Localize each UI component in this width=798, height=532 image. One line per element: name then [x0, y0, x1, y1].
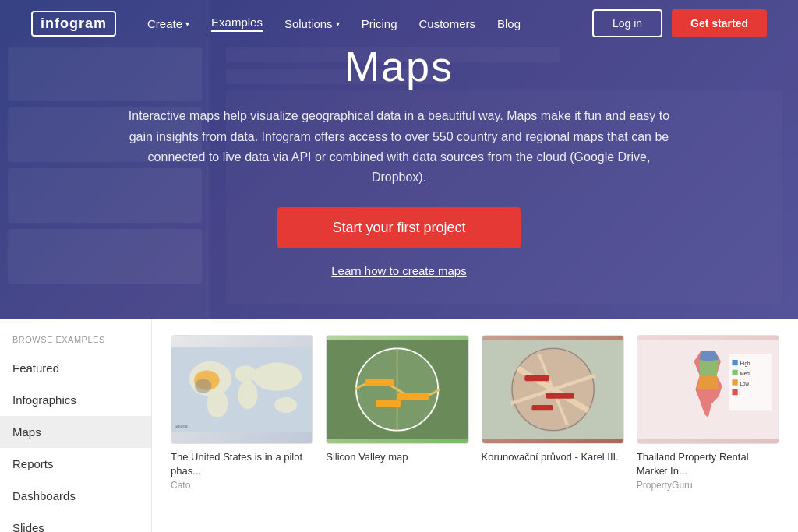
svg-rect-14	[397, 393, 429, 400]
svg-rect-21	[531, 405, 553, 410]
example-title-2: Korunovační průvod - Karel III.	[482, 450, 624, 464]
example-thumbnail-3: High Med Low	[637, 335, 779, 444]
example-thumbnail-0: Source	[171, 335, 313, 444]
example-card-1[interactable]: Silicon Valley map	[320, 335, 475, 506]
example-thumbnail-1	[326, 335, 468, 444]
start-project-button[interactable]: Start your first project	[277, 207, 520, 248]
solutions-dropdown-icon: ▾	[336, 19, 340, 28]
nav-create[interactable]: Create ▾	[147, 17, 189, 30]
svg-point-6	[274, 397, 297, 413]
svg-rect-24	[732, 360, 737, 365]
svg-rect-13	[365, 379, 394, 386]
svg-rect-15	[376, 400, 401, 407]
example-title-1: Silicon Valley map	[326, 450, 468, 464]
example-card-0[interactable]: Source The United States is in a pilot p…	[164, 335, 320, 506]
hero-description: Interactive maps help visualize geograph…	[126, 106, 672, 188]
hero-content: Maps Interactive maps help visualize geo…	[111, 42, 687, 277]
header: infogram Create ▾ Examples Solutions ▾ P…	[0, 0, 798, 47]
learn-link[interactable]: Learn how to create maps	[331, 264, 466, 277]
svg-rect-26	[732, 379, 737, 385]
svg-rect-27	[732, 389, 737, 395]
sidebar-item-maps[interactable]: Maps	[0, 416, 151, 448]
svg-rect-19	[524, 375, 549, 381]
hero-section: Maps Interactive maps help visualize geo…	[0, 0, 798, 319]
svg-text:Med: Med	[740, 371, 750, 376]
svg-point-2	[207, 389, 228, 417]
nav-customers[interactable]: Customers	[418, 17, 475, 30]
examples-sidebar: Browse examples Featured Infographics Ma…	[0, 319, 152, 532]
example-author-3: PropertyGuru	[637, 480, 779, 491]
example-card-2[interactable]: Korunovační průvod - Karel III.	[475, 335, 630, 506]
svg-point-5	[252, 363, 302, 391]
sidebar-item-slides[interactable]: Slides	[0, 512, 151, 532]
hero-title: Maps	[344, 42, 454, 90]
svg-text:Source: Source	[175, 424, 188, 428]
nav: Create ▾ Examples Solutions ▾ Pricing Cu…	[147, 16, 592, 32]
svg-rect-25	[732, 370, 737, 375]
login-button[interactable]: Log in	[592, 9, 662, 37]
sidebar-item-dashboards[interactable]: Dashboards	[0, 480, 151, 512]
examples-section: Browse examples Featured Infographics Ma…	[0, 319, 798, 532]
examples-grid: Source The United States is in a pilot p…	[152, 319, 798, 532]
nav-examples[interactable]: Examples	[211, 16, 263, 32]
nav-solutions[interactable]: Solutions ▾	[284, 17, 340, 30]
svg-text:Low: Low	[740, 381, 749, 386]
sidebar-item-reports[interactable]: Reports	[0, 448, 151, 480]
example-author-0: Cato	[171, 480, 313, 491]
sidebar-item-infographics[interactable]: Infographics	[0, 384, 151, 416]
example-title-0: The United States is in a pilot phas...	[171, 450, 313, 478]
nav-actions: Log in Get started	[592, 9, 767, 37]
sidebar-item-featured[interactable]: Featured	[0, 352, 151, 384]
svg-point-3	[235, 365, 256, 382]
get-started-button[interactable]: Get started	[672, 9, 767, 37]
example-thumbnail-2	[482, 335, 624, 444]
example-card-3[interactable]: High Med Low Thailand Property Rental Ma…	[630, 335, 786, 506]
example-title-3: Thailand Property Rental Market In...	[637, 450, 779, 478]
svg-rect-20	[546, 393, 574, 399]
svg-point-8	[195, 379, 212, 393]
nav-blog[interactable]: Blog	[497, 17, 521, 30]
logo[interactable]: infogram	[31, 11, 116, 37]
svg-point-4	[238, 381, 257, 409]
svg-text:High: High	[740, 361, 750, 367]
browse-label: Browse examples	[0, 335, 151, 352]
nav-pricing[interactable]: Pricing	[362, 17, 397, 30]
create-dropdown-icon: ▾	[185, 19, 189, 28]
